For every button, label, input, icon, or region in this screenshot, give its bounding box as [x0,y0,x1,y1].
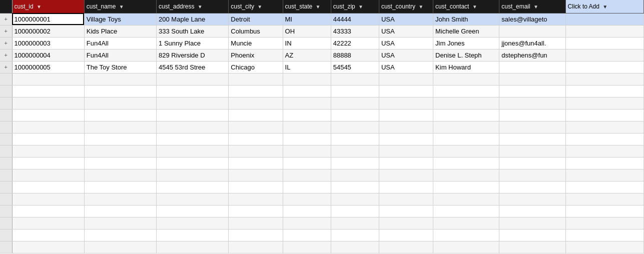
empty-cell [229,73,283,85]
cell-cust-city[interactable]: Detroit [229,13,283,25]
empty-cell [283,85,331,97]
cell-click-to-add[interactable] [565,49,643,61]
empty-cell [499,133,565,145]
empty-cell [379,85,433,97]
cell-click-to-add[interactable] [565,13,643,25]
row-expander[interactable]: + [0,13,12,25]
row-expander[interactable]: + [0,25,12,37]
cell-cust-city[interactable]: Columbus [229,25,283,37]
cell-cust-state[interactable]: MI [283,13,331,25]
empty-cell [0,169,12,181]
cell-cust-address[interactable]: 200 Maple Lane [157,13,229,25]
header-cust-id[interactable]: cust_id ▼ [12,0,84,13]
cell-cust-name[interactable]: Fun4All [84,37,156,49]
cell-cust-contact[interactable]: Jim Jones [433,37,499,49]
header-cust-email[interactable]: cust_email ▼ [499,0,565,13]
cell-cust-id[interactable]: 1000000001 [12,13,84,25]
header-cust-city[interactable]: cust_city ▼ [229,0,283,13]
cell-cust-address[interactable]: 4545 53rd Stree [157,61,229,73]
cell-cust-name[interactable]: Kids Place [84,25,156,37]
empty-cell [0,133,12,145]
empty-cell [433,169,499,181]
cell-click-to-add[interactable] [565,37,643,49]
empty-cell [0,145,12,157]
header-cust-zip[interactable]: cust_zip ▼ [331,0,379,13]
cell-cust-country[interactable]: USA [379,49,433,61]
empty-cell [331,157,379,169]
header-cust-contact[interactable]: cust_contact ▼ [433,0,499,13]
cell-cust-contact[interactable]: John Smith [433,13,499,25]
row-expander[interactable]: + [0,49,12,61]
empty-cell [12,181,84,193]
empty-cell [565,85,643,97]
cell-cust-country[interactable]: USA [379,13,433,25]
empty-cell [433,97,499,109]
table-row[interactable]: +1000000004Fun4All829 Riverside DPhoenix… [0,49,644,61]
cell-cust-email[interactable]: dstephens@fun [499,49,565,61]
cell-cust-id[interactable]: 1000000005 [12,61,84,73]
cell-cust-zip[interactable]: 88888 [331,49,379,61]
cell-cust-city[interactable]: Muncie [229,37,283,49]
empty-cell [331,217,379,229]
empty-cell [12,229,84,241]
cell-cust-address[interactable]: 333 South Lake [157,25,229,37]
header-cust-state-label: cust_state [285,3,313,10]
empty-cell [331,97,379,109]
cell-cust-state[interactable]: AZ [283,49,331,61]
header-click-to-add[interactable]: Click to Add ▼ [565,0,643,13]
table-row[interactable]: +1000000002Kids Place333 South LakeColum… [0,25,644,37]
cell-cust-country[interactable]: USA [379,25,433,37]
cell-cust-state[interactable]: IN [283,37,331,49]
empty-cell [283,157,331,169]
empty-cell [283,217,331,229]
cell-cust-zip[interactable]: 43333 [331,25,379,37]
cell-cust-id[interactable]: 1000000003 [12,37,84,49]
row-expander[interactable]: + [0,61,12,73]
empty-cell [12,109,84,121]
cell-cust-contact[interactable]: Michelle Green [433,25,499,37]
cell-cust-name[interactable]: The Toy Store [84,61,156,73]
cell-cust-country[interactable]: USA [379,61,433,73]
cell-cust-state[interactable]: OH [283,25,331,37]
row-expander[interactable]: + [0,37,12,49]
empty-cell [565,109,643,121]
cell-cust-email[interactable]: jjones@fun4all. [499,37,565,49]
cell-cust-contact[interactable]: Kim Howard [433,61,499,73]
empty-cell [157,97,229,109]
cell-cust-state[interactable]: IL [283,61,331,73]
cell-cust-email[interactable] [499,25,565,37]
empty-cell [499,157,565,169]
header-cust-address[interactable]: cust_address ▼ [157,0,229,13]
cell-click-to-add[interactable] [565,25,643,37]
cell-cust-email[interactable] [499,61,565,73]
empty-cell [379,205,433,217]
cell-cust-id[interactable]: 1000000002 [12,25,84,37]
sort-icon-cust-country: ▼ [418,4,423,10]
header-cust-state[interactable]: cust_state ▼ [283,0,331,13]
cell-cust-name[interactable]: Fun4All [84,49,156,61]
cell-cust-address[interactable]: 1 Sunny Place [157,37,229,49]
cell-click-to-add[interactable] [565,61,643,73]
cell-cust-zip[interactable]: 54545 [331,61,379,73]
header-cust-name[interactable]: cust_name ▼ [84,0,156,13]
cell-cust-city[interactable]: Chicago [229,61,283,73]
table-row[interactable]: +1000000001Village Toys200 Maple LaneDet… [0,13,644,25]
sort-icon-cust-name: ▼ [119,4,124,10]
cell-cust-name[interactable]: Village Toys [84,13,156,25]
cell-cust-email[interactable]: sales@villageto [499,13,565,25]
empty-cell [499,73,565,85]
cell-cust-address[interactable]: 829 Riverside D [157,49,229,61]
empty-cell [565,97,643,109]
cell-cust-id[interactable]: 1000000004 [12,49,84,61]
cell-cust-zip[interactable]: 42222 [331,37,379,49]
empty-cell [0,181,12,193]
table-row[interactable]: +1000000005The Toy Store4545 53rd StreeC… [0,61,644,73]
header-row: cust_id ▼ cust_name ▼ cust_address ▼ cus… [0,0,644,13]
table-row[interactable]: +1000000003Fun4All1 Sunny PlaceMuncieIN4… [0,37,644,49]
header-cust-country[interactable]: cust_country ▼ [379,0,433,13]
cell-cust-zip[interactable]: 44444 [331,13,379,25]
cell-cust-contact[interactable]: Denise L. Steph [433,49,499,61]
cell-cust-city[interactable]: Phoenix [229,49,283,61]
cell-cust-country[interactable]: USA [379,37,433,49]
header-cust-address-label: cust_address [159,3,194,10]
